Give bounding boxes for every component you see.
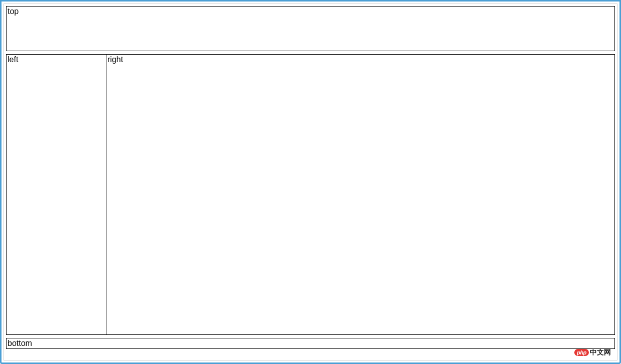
left-panel: left bbox=[6, 54, 106, 335]
watermark-text: 中文网 bbox=[590, 348, 611, 357]
watermark-badge: php bbox=[574, 349, 589, 356]
bottom-panel: bottom bbox=[6, 338, 615, 349]
watermark-logo: php 中文网 bbox=[574, 348, 611, 357]
top-panel-label: top bbox=[8, 7, 19, 16]
middle-row: left right bbox=[6, 54, 615, 335]
browser-window-frame: top left right bottom php 中文网 bbox=[0, 0, 621, 364]
layout-container: top left right bottom php 中文网 bbox=[6, 6, 615, 358]
left-panel-label: left bbox=[8, 55, 18, 64]
right-panel-label: right bbox=[107, 55, 123, 64]
bottom-panel-label: bottom bbox=[8, 339, 32, 347]
browser-content-area: top left right bottom php 中文网 bbox=[4, 4, 617, 360]
top-panel: top bbox=[6, 6, 615, 51]
right-panel: right bbox=[106, 54, 615, 335]
